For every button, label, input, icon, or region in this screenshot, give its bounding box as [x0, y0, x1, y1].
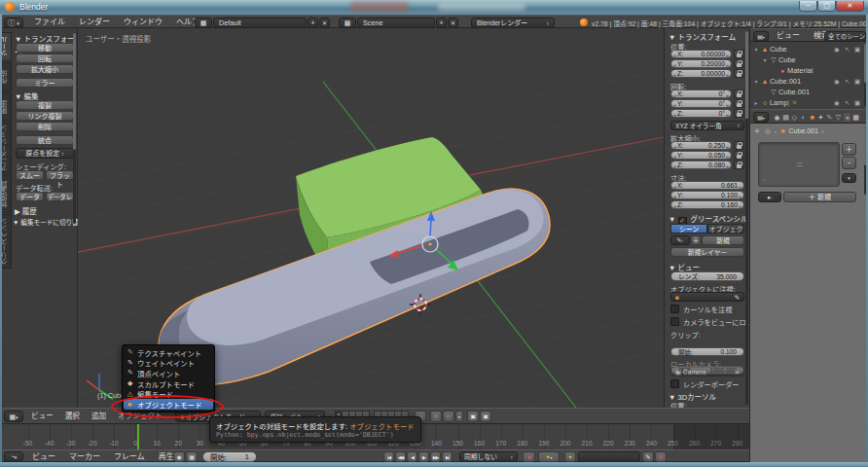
gp-new-button[interactable]: 新規 [702, 235, 744, 245]
lock-button[interactable] [734, 151, 744, 160]
lens-field[interactable]: レンズ:35.000 [670, 271, 744, 281]
shade-smooth-button[interactable]: スムー [16, 170, 44, 180]
frame-lock-button[interactable]: ▦ [186, 451, 198, 462]
panel-header-history[interactable]: ▶ 履歴 [15, 205, 37, 216]
outliner-item-label[interactable]: Lamp [770, 98, 788, 107]
material-slot-list[interactable]: ＝ ▫ [758, 142, 840, 187]
renderable-toggle-icon[interactable]: ▣ [854, 78, 860, 86]
number-field[interactable]: ◂Y:0.050▸ [670, 151, 732, 160]
render-engine-dropdown[interactable]: Blenderレンダー↕ [471, 18, 555, 28]
move-button[interactable]: 移動 [16, 43, 74, 53]
increment-icon[interactable]: ▸ [726, 112, 729, 118]
screen-layout-field[interactable]: Default [213, 18, 307, 28]
lock-button[interactable] [734, 141, 744, 150]
outliner-row[interactable]: ▾▲Cube.001◉↖▣ [752, 76, 863, 87]
snap-menu-chevron[interactable]: ▾ [455, 411, 463, 422]
outliner-row[interactable]: ▽Cube.001 [752, 87, 863, 97]
data-layout-transfer-button[interactable]: データレ [46, 192, 74, 201]
add-layout-button[interactable]: + [307, 18, 318, 28]
render-toggle-icon[interactable]: | ✕ [788, 98, 798, 107]
slot-specials-menu[interactable]: ▾ [842, 173, 856, 183]
clear-icon[interactable]: ✕ [734, 368, 740, 377]
number-field[interactable]: ◂Y:0.100▸ [670, 191, 744, 199]
properties-tab-icon[interactable]: ■ [808, 112, 816, 123]
decrement-icon[interactable]: ◂ [673, 53, 676, 58]
pin-icon[interactable]: ✛ [754, 127, 760, 134]
lock-button[interactable] [734, 69, 744, 78]
increment-icon[interactable]: ▸ [726, 92, 729, 98]
menu-item[interactable]: レンダー [79, 16, 110, 28]
menu-item[interactable]: 追加 [91, 409, 106, 423]
properties-tab-icon[interactable]: ◉ [773, 112, 781, 123]
mode-menu-item[interactable]: ✎テクスチャペイント [124, 347, 213, 358]
editor-type-button[interactable]: ▤▾ [753, 31, 769, 42]
join-button[interactable]: 統合 [16, 135, 74, 145]
remove-slot-button[interactable]: − [842, 157, 856, 169]
lock-button[interactable] [734, 59, 744, 68]
mode-menu-item[interactable]: ✎ウェイトペイント [124, 358, 213, 369]
outliner-row[interactable]: ▾▲Cube◉↖▣ [752, 44, 863, 54]
playback-button[interactable]: |◀ [383, 451, 394, 462]
selectable-toggle-icon[interactable]: ↖ [845, 46, 850, 54]
decrement-icon[interactable]: ◂ [673, 194, 676, 199]
local-camera-field[interactable]: ▣ Camera✕ [670, 367, 744, 377]
expander-icon[interactable]: ▾ [752, 78, 760, 85]
menu-item[interactable]: ファイル [34, 16, 65, 28]
increment-icon[interactable]: ▸ [726, 154, 729, 160]
outliner-item-label[interactable]: Cube.001 [778, 88, 810, 96]
rotation-mode-dropdown[interactable]: XYZ オイラー角↕ [670, 121, 744, 130]
decrement-icon[interactable]: ◂ [673, 154, 676, 160]
increment-icon[interactable]: ▸ [739, 194, 741, 199]
current-frame-line[interactable] [137, 424, 139, 449]
tool-shelf-scrollbar[interactable] [73, 33, 76, 224]
outliner-item-label[interactable]: Material [787, 66, 813, 75]
panel-header-transform[interactable]: ▼ トランスフォーム [669, 31, 736, 42]
number-field[interactable]: ◂X:0.250▸ [670, 141, 732, 150]
outliner-item-label[interactable]: Cube [770, 45, 787, 54]
lock-object-field[interactable]: ■✎ [670, 292, 744, 302]
rotate-button[interactable]: 回転 [16, 54, 74, 63]
properties-tab-icon[interactable]: ● [843, 112, 851, 123]
shade-flat-button[interactable]: フラット [46, 170, 74, 180]
decrement-icon[interactable]: ◂ [673, 144, 676, 150]
add-scene-button[interactable]: + [436, 18, 447, 28]
lock-button[interactable] [734, 50, 744, 58]
mirror-button[interactable]: ミラー [16, 78, 74, 88]
properties-tab-icon[interactable]: ◐ [799, 112, 808, 123]
preview-range-button[interactable]: ◉ [173, 451, 185, 462]
outliner-scope-dropdown[interactable]: 全てのシーン [824, 31, 866, 42]
data-transfer-button[interactable]: データ [16, 192, 44, 201]
mode-menu-item[interactable]: ◆スカルプトモード [124, 378, 213, 389]
duplicate-linked-button[interactable]: リンク複製 [16, 111, 74, 121]
eyedropper-icon[interactable]: ✎ [734, 293, 740, 302]
gp-new-layer-button[interactable]: 新規レイヤー [670, 247, 744, 257]
editor-type-button[interactable]: ◔▾ [4, 451, 23, 462]
checkbox[interactable] [670, 305, 679, 313]
render-border-checkbox[interactable]: レンダーボーダー [670, 379, 740, 389]
number-field[interactable]: ◂Z:0.080▸ [670, 161, 732, 169]
properties-tab-icon[interactable]: ▤ [781, 112, 790, 123]
title-bar[interactable]: Blender ─ ▢ ✕ [0, 0, 868, 15]
menu-item[interactable]: ウィンドウ [124, 16, 163, 28]
outliner-row[interactable]: ●Material [752, 65, 863, 76]
duplicate-button[interactable]: 複製 [16, 100, 74, 110]
insert-keyframe-button[interactable]: ✎ [642, 451, 654, 462]
number-field[interactable]: ◂Y:0°▸ [670, 99, 732, 108]
n-panel-scrollbar[interactable] [745, 31, 748, 405]
outliner-item-label[interactable]: Cube [778, 55, 796, 64]
sync-dropdown[interactable]: 同期しない↕ [459, 451, 518, 462]
renderable-toggle-icon[interactable]: ▣ [854, 46, 860, 54]
visibility-toggle-icon[interactable]: ◉ [834, 99, 840, 107]
properties-tab-icon[interactable]: ✦ [816, 112, 825, 123]
increment-icon[interactable]: ▸ [726, 102, 729, 108]
gp-add-button[interactable]: ＋ [691, 235, 701, 245]
gp-brush-dropdown[interactable]: ✎↕ [670, 235, 690, 245]
lock-button[interactable] [734, 99, 744, 108]
outliner-item-label[interactable]: Cube.001 [770, 77, 801, 86]
number-field[interactable]: ◂X:0°▸ [670, 90, 732, 98]
delete-button[interactable]: 削除 [16, 122, 74, 131]
visibility-toggle-icon[interactable]: ◉ [834, 46, 840, 54]
increment-icon[interactable]: ▸ [726, 144, 729, 150]
outliner-row[interactable]: ▸○Lamp | ✕◉↖▣ [752, 97, 863, 108]
number-field[interactable]: ◂Y:0.20000▸ [670, 59, 732, 68]
